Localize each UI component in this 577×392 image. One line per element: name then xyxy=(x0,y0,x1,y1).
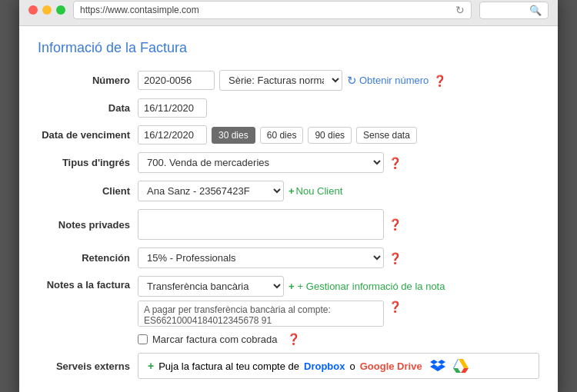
notafactura-label: Notes a la factura xyxy=(38,276,138,291)
serveis-label: Serveis externs xyxy=(38,360,138,372)
search-bar[interactable]: 🔍 xyxy=(479,2,549,19)
browser-window: https://www.contasimple.com ↻ 🔍 Informac… xyxy=(19,0,558,392)
numero-input[interactable] xyxy=(138,71,215,90)
maximize-button[interactable] xyxy=(56,5,65,15)
serveis-text2: o xyxy=(349,360,355,372)
svg-marker-5 xyxy=(459,359,469,368)
btn-30dies[interactable]: 30 dies xyxy=(212,127,255,144)
titlebar: https://www.contasimple.com ↻ 🔍 xyxy=(19,0,558,26)
tipus-row: Tipus d'ingrés 700. Venda de mercaderies… xyxy=(38,152,539,173)
help-icon-tipus[interactable]: ❓ xyxy=(389,157,402,169)
plus-icon: + xyxy=(288,185,295,197)
venciment-controls: 30 dies 60 dies 90 dies Sense data xyxy=(138,125,539,145)
notafactura-controls: Transferència bancària + + Gestionar inf… xyxy=(138,276,539,327)
search-icon: 🔍 xyxy=(529,5,542,16)
retencion-controls: 15% - Professionals ❓ xyxy=(138,247,539,268)
btn-60dies[interactable]: 60 dies xyxy=(260,127,304,144)
serveis-row: Serveis externs + Puja la factura al teu… xyxy=(38,353,539,379)
serveis-text1: Puja la factura al teu compte de xyxy=(158,360,299,372)
gdrive-icon xyxy=(453,359,469,373)
client-select[interactable]: Ana Sanz - 23567423F xyxy=(138,181,284,201)
numero-row: Número Sèrie: Facturas normales ↻ Obteni… xyxy=(38,70,539,91)
data-row: Data xyxy=(38,98,539,118)
help-icon-retencion[interactable]: ❓ xyxy=(389,252,402,264)
traffic-lights xyxy=(28,5,65,15)
help-icon-numero[interactable]: ❓ xyxy=(433,75,446,87)
tipus-select[interactable]: 700. Venda de mercaderies xyxy=(138,152,384,173)
page-title: Informació de la Factura xyxy=(38,40,539,56)
tipus-controls: 700. Venda de mercaderies ❓ xyxy=(138,152,539,173)
retencion-row: Retención 15% - Professionals ❓ xyxy=(38,247,539,268)
help-icon-notes[interactable]: ❓ xyxy=(389,218,402,231)
client-controls: Ana Sanz - 23567423F + Nou Client xyxy=(138,181,539,201)
notes-label: Notes privades xyxy=(38,219,138,231)
data-controls xyxy=(138,98,539,118)
data-input[interactable] xyxy=(138,98,207,118)
gdrive-label[interactable]: Google Drive xyxy=(360,360,422,372)
client-row: Client Ana Sanz - 23567423F + Nou Client xyxy=(38,181,539,201)
cobrada-checkbox[interactable] xyxy=(138,334,148,344)
refresh-icon[interactable]: ↻ xyxy=(455,4,465,16)
cobrada-label: Marcar factura com cobrada xyxy=(152,334,278,345)
notafactura-top: Transferència bancària + + Gestionar inf… xyxy=(138,276,539,297)
serie-select[interactable]: Sèrie: Facturas normales xyxy=(219,70,342,91)
close-button[interactable] xyxy=(28,5,38,15)
dropbox-label[interactable]: Dropbox xyxy=(304,360,345,372)
gestionar-link[interactable]: + + Gestionar informació de la nota xyxy=(288,281,445,292)
notes-textarea[interactable] xyxy=(138,209,384,240)
tipus-label: Tipus d'ingrés xyxy=(38,157,138,168)
svg-marker-6 xyxy=(453,368,461,373)
venciment-label: Data de venciment xyxy=(38,129,138,141)
svg-marker-1 xyxy=(438,360,445,364)
svg-marker-8 xyxy=(461,368,469,373)
dropbox-icon xyxy=(430,360,445,372)
svg-marker-7 xyxy=(453,359,459,368)
svg-marker-0 xyxy=(430,360,438,364)
url-bar[interactable]: https://www.contasimple.com ↻ xyxy=(73,1,472,19)
obtenir-link[interactable]: ↻ Obtenir número xyxy=(347,74,429,88)
nou-client-label: Nou Client xyxy=(296,185,343,197)
serveis-box: + Puja la factura al teu compte de Dropb… xyxy=(138,353,539,379)
client-label: Client xyxy=(38,185,138,197)
help-icon-cobrada[interactable]: ❓ xyxy=(287,333,300,345)
serveis-controls: + Puja la factura al teu compte de Dropb… xyxy=(138,353,539,379)
content-area: Informació de la Factura Número Sèrie: F… xyxy=(19,26,558,392)
plus-icon-gestionar: + xyxy=(288,281,295,292)
btn-90dies[interactable]: 90 dies xyxy=(308,127,352,144)
notes-controls: ❓ xyxy=(138,209,539,240)
data-label: Data xyxy=(38,102,138,114)
nou-client-link[interactable]: + Nou Client xyxy=(288,185,342,197)
nota-textarea[interactable]: A pagar per transferència bancària al co… xyxy=(138,301,384,327)
gestionar-label: + Gestionar informació de la nota xyxy=(298,281,445,292)
cobrada-row: Marcar factura com cobrada ❓ xyxy=(138,333,539,345)
notes-row: Notes privades ❓ xyxy=(38,209,539,240)
url-text: https://www.contasimple.com xyxy=(80,5,199,15)
numero-label: Número xyxy=(38,75,138,86)
venciment-input[interactable] xyxy=(138,125,207,145)
retencion-select[interactable]: 15% - Professionals xyxy=(138,247,384,268)
minimize-button[interactable] xyxy=(42,5,52,15)
notafactura-row: Notes a la factura Transferència bancàri… xyxy=(38,276,539,327)
plus-icon-serveis: + xyxy=(148,360,154,372)
numero-controls: Sèrie: Facturas normales ↻ Obtenir númer… xyxy=(138,70,539,91)
help-icon-nota[interactable]: ❓ xyxy=(389,301,402,313)
refresh-blue-icon: ↻ xyxy=(347,74,357,88)
btn-sensedata[interactable]: Sense data xyxy=(356,127,417,144)
notafactura-bottom: A pagar per transferència bancària al co… xyxy=(138,301,539,327)
retencion-label: Retención xyxy=(38,252,138,264)
venciment-row: Data de venciment 30 dies 60 dies 90 die… xyxy=(38,125,539,145)
nota-select[interactable]: Transferència bancària xyxy=(138,276,284,297)
